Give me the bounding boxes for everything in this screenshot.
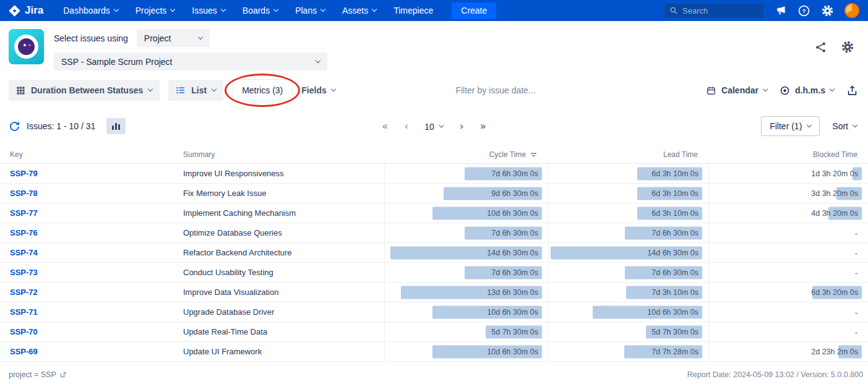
create-button[interactable]: Create xyxy=(452,2,496,19)
lead-time-cell: 10d 6h 30m 0s xyxy=(548,302,708,322)
issue-date-filter-input[interactable] xyxy=(455,85,585,95)
blocked-time-cell: 4d 3h 20m 0s xyxy=(708,203,868,223)
table-row: SSP-79Improve UI Responsiveness7d 6h 30m… xyxy=(0,164,868,184)
column-header-blocked-time[interactable]: Blocked Time xyxy=(708,150,868,159)
lead-time-cell: 7d 7h 28m 0s xyxy=(548,342,708,361)
issue-key-link[interactable]: SSP-76 xyxy=(0,228,38,237)
issue-key-link[interactable]: SSP-79 xyxy=(0,169,38,178)
user-avatar[interactable] xyxy=(844,3,859,18)
table-row: SSP-69Update UI Framework10d 6h 30m 0s7d… xyxy=(0,342,868,362)
duration-value: 6d 3h 10m 0s xyxy=(651,209,698,218)
share-icon[interactable] xyxy=(814,41,827,54)
issue-summary: Optimize Database Queries xyxy=(173,223,384,242)
nav-item-assets[interactable]: Assets xyxy=(342,6,376,15)
column-header-summary[interactable]: Summary xyxy=(173,150,384,159)
nav-item-plans[interactable]: Plans xyxy=(295,6,325,15)
issue-key-link[interactable]: SSP-69 xyxy=(0,347,38,356)
issue-source-mode-dropdown[interactable]: Project xyxy=(137,29,210,47)
chevron-down-icon xyxy=(212,87,217,92)
blocked-time-cell: - xyxy=(708,263,868,282)
nav-item-dashboards[interactable]: Dashboards xyxy=(63,6,118,15)
next-page-icon[interactable]: › xyxy=(460,121,464,132)
last-page-icon[interactable]: » xyxy=(480,121,486,132)
duration-empty-value: - xyxy=(855,228,857,237)
nav-item-label: Projects xyxy=(135,6,167,15)
issue-summary: Improve Data Visualization xyxy=(173,283,384,302)
metrics-button[interactable]: Metrics (3) xyxy=(232,79,293,101)
nav-item-label: Plans xyxy=(295,6,317,15)
chart-view-button[interactable] xyxy=(106,118,126,134)
column-filter-icon[interactable] xyxy=(530,151,538,159)
settings-gear-icon[interactable] xyxy=(821,4,834,17)
nav-item-timepiece[interactable]: Timepiece xyxy=(393,6,433,15)
pagination-left: Issues: 1 - 10 / 31 xyxy=(9,118,126,134)
issue-source-selectors: Select issues using Project SSP - Sample… xyxy=(54,29,327,70)
report-type-dropdown[interactable]: Duration Between Statuses xyxy=(9,80,160,101)
nav-item-issues[interactable]: Issues xyxy=(192,6,225,15)
jira-logo-icon xyxy=(9,5,20,17)
refresh-icon[interactable] xyxy=(9,121,20,132)
pager-controls: « ‹ 10 › » xyxy=(382,121,486,132)
column-header-cycle-time[interactable]: Cycle Time xyxy=(384,150,548,159)
external-link-icon[interactable] xyxy=(59,371,67,378)
search-icon xyxy=(669,6,678,15)
calendar-dropdown[interactable]: Calendar xyxy=(706,85,767,96)
project-dropdown[interactable]: SSP - Sample Scrum Project xyxy=(54,53,327,70)
issue-summary: Upgrade Database Driver xyxy=(173,302,384,322)
issue-summary: Improve UI Responsiveness xyxy=(173,164,384,183)
issue-key-link[interactable]: SSP-77 xyxy=(0,208,38,218)
issue-key-link[interactable]: SSP-72 xyxy=(0,288,38,297)
issue-summary: Fix Memory Leak Issue xyxy=(173,184,384,203)
nav-item-boards[interactable]: Boards xyxy=(243,6,278,15)
first-page-icon[interactable]: « xyxy=(382,121,388,132)
chevron-down-icon xyxy=(331,87,336,92)
issue-key-link[interactable]: SSP-74 xyxy=(0,248,38,257)
view-mode-dropdown[interactable]: List xyxy=(168,80,223,101)
column-header-lead-time[interactable]: Lead Time xyxy=(548,150,708,159)
nav-item-label: Timepiece xyxy=(393,6,433,15)
jql-query[interactable]: project = SSP xyxy=(9,370,67,379)
issue-key-link[interactable]: SSP-73 xyxy=(0,268,38,277)
chevron-down-icon xyxy=(830,87,835,92)
sort-dropdown[interactable]: Sort xyxy=(832,121,857,131)
column-header-key[interactable]: Key xyxy=(0,150,173,159)
time-units-label: d.h.m.s xyxy=(795,85,825,95)
chevron-down-icon xyxy=(273,7,278,12)
nav-item-label: Assets xyxy=(342,6,368,15)
issue-key-link[interactable]: SSP-71 xyxy=(0,307,38,317)
chevron-down-icon xyxy=(170,7,175,12)
cycle-time-cell: 7d 6h 30m 0s xyxy=(384,223,548,242)
issue-key-link[interactable]: SSP-70 xyxy=(0,327,38,336)
fields-dropdown[interactable]: Fields xyxy=(301,85,335,95)
calendar-icon xyxy=(706,85,716,96)
search-input[interactable] xyxy=(682,6,758,15)
duration-value: 5d 7h 30m 0s xyxy=(491,328,538,336)
key-cell: SSP-70 xyxy=(0,322,173,341)
time-units-dropdown[interactable]: d.h.m.s xyxy=(780,85,834,96)
nav-item-projects[interactable]: Projects xyxy=(135,6,175,15)
key-cell: SSP-72 xyxy=(0,283,173,302)
filter-dropdown[interactable]: Filter (1) xyxy=(761,116,820,136)
duration-value: 9d 6h 30m 0s xyxy=(491,189,538,198)
report-settings-gear-icon[interactable] xyxy=(841,40,854,54)
cycle-time-cell: 10d 6h 30m 0s xyxy=(384,342,548,361)
jira-logo[interactable]: Jira xyxy=(9,4,43,17)
nav-item-label: Issues xyxy=(192,6,217,15)
sort-label: Sort xyxy=(832,121,848,131)
page-size-dropdown[interactable]: 10 xyxy=(424,121,444,131)
svg-text:?: ? xyxy=(802,7,806,14)
help-icon[interactable]: ? xyxy=(797,4,810,17)
duration-value: 14d 6h 30m 0s xyxy=(647,249,698,257)
blocked-time-cell: 1d 3h 20m 0s xyxy=(708,164,868,183)
global-search[interactable] xyxy=(664,3,764,19)
export-icon[interactable] xyxy=(846,85,858,96)
issue-summary: Update UI Framework xyxy=(173,342,384,361)
chevron-down-icon xyxy=(320,7,325,12)
announcements-icon[interactable] xyxy=(775,4,787,17)
top-navbar: Jira DashboardsProjectsIssuesBoardsPlans… xyxy=(0,0,868,21)
cycle-time-cell: 10d 6h 30m 0s xyxy=(384,203,548,223)
previous-page-icon[interactable]: ‹ xyxy=(404,121,408,132)
duration-value: 14d 6h 30m 0s xyxy=(487,249,538,257)
table-row: SSP-71Upgrade Database Driver10d 6h 30m … xyxy=(0,302,868,322)
issue-key-link[interactable]: SSP-78 xyxy=(0,189,38,198)
